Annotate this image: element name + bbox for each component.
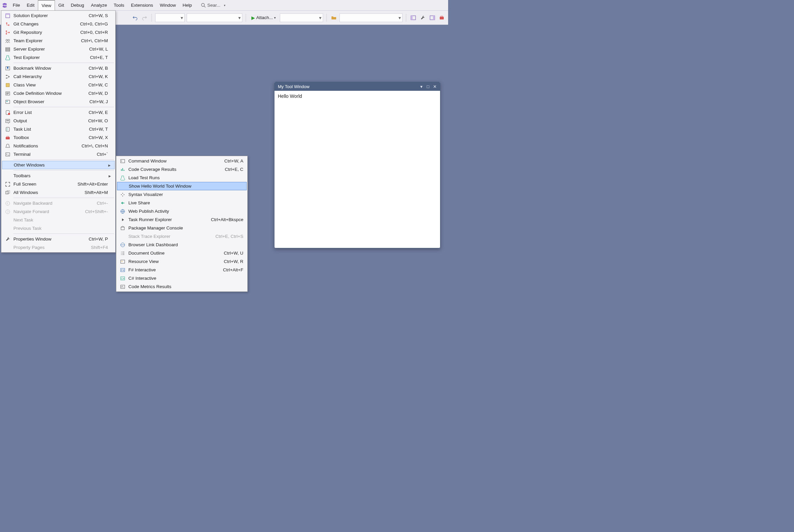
menu-item-output[interactable]: OutputCtrl+W, O bbox=[2, 117, 115, 125]
menu-item-call-hierarchy[interactable]: Call HierarchyCtrl+W, K bbox=[2, 72, 115, 81]
submenu-item-code-metrics-results[interactable]: Code Metrics Results bbox=[117, 282, 247, 291]
panel1-button[interactable] bbox=[410, 14, 417, 22]
menu-item-bookmark-window[interactable]: Bookmark WindowCtrl+W, B bbox=[2, 64, 115, 72]
menu-item-full-screen[interactable]: Full ScreenShift+Alt+Enter bbox=[2, 180, 115, 188]
test-explorer-icon bbox=[2, 55, 13, 60]
toolbox-button[interactable] bbox=[438, 14, 445, 22]
properties-icon bbox=[2, 236, 13, 242]
menu-item-navigate-backward: Navigate BackwardCtrl+- bbox=[2, 199, 115, 207]
submenu-item-command-window[interactable]: Command WindowCtrl+W, A bbox=[117, 157, 247, 165]
menu-item-notifications[interactable]: NotificationsCtrl+\, Ctrl+N bbox=[2, 142, 115, 150]
error-list-icon bbox=[2, 110, 13, 115]
close-icon[interactable]: ✕ bbox=[431, 84, 438, 89]
menubar-item-debug[interactable]: Debug bbox=[67, 0, 88, 11]
submenu-item-package-manager-console[interactable]: Package Manager Console bbox=[117, 224, 247, 232]
menu-item-all-windows[interactable]: All WindowsShift+Alt+M bbox=[2, 188, 115, 197]
menu-item-server-explorer[interactable]: Server ExplorerCtrl+W, L bbox=[2, 45, 115, 53]
chevron-down-icon[interactable]: ▾ bbox=[418, 84, 425, 89]
task-runner-icon bbox=[117, 217, 128, 223]
redo-button[interactable] bbox=[141, 14, 148, 22]
doc-outline-icon bbox=[117, 251, 128, 256]
menu-item-test-explorer[interactable]: Test ExplorerCtrl+E, T bbox=[2, 53, 115, 62]
menubar-item-tools[interactable]: Tools bbox=[110, 0, 128, 11]
submenu-item-load-test-runs[interactable]: Load Test Runs bbox=[117, 173, 247, 182]
menubar-item-file[interactable]: File bbox=[10, 0, 23, 11]
submenu-item-resource-view[interactable]: Resource ViewCtrl+W, R bbox=[117, 257, 247, 266]
svg-point-32 bbox=[8, 113, 10, 115]
folder-button[interactable] bbox=[330, 14, 337, 22]
menubar-item-analyze[interactable]: Analyze bbox=[88, 0, 110, 11]
svg-point-16 bbox=[6, 33, 7, 35]
code-coverage-icon bbox=[117, 167, 128, 172]
menubar-item-view[interactable]: View bbox=[38, 0, 55, 11]
menubar-item-window[interactable]: Window bbox=[156, 0, 179, 11]
browser-link-icon bbox=[117, 242, 128, 248]
submenu-item-syntax-visualizer[interactable]: Syntax Visualizer bbox=[117, 190, 247, 199]
server-explorer-icon bbox=[2, 46, 13, 52]
chevron-right-icon: ▸ bbox=[108, 163, 111, 168]
menu-item-other-windows[interactable]: Other Windows▸ bbox=[2, 161, 115, 169]
menubar-item-help[interactable]: Help bbox=[179, 0, 196, 11]
submenu-item-show-hello-world-tool-window[interactable]: Show Hello World Tool Window bbox=[117, 182, 247, 190]
menu-item-git-repository[interactable]: Git RepositoryCtrl+0, Ctrl+R bbox=[2, 28, 115, 37]
view-menu-dropdown: Solution ExplorerCtrl+W, SGit ChangesCtr… bbox=[1, 11, 116, 253]
submenu-item-task-runner-explorer[interactable]: Task Runner ExplorerCtrl+Alt+Bkspce bbox=[117, 215, 247, 224]
submenu-item-web-publish-activity[interactable]: Web Publish Activity bbox=[117, 207, 247, 215]
undo-button[interactable] bbox=[131, 14, 139, 22]
menu-item-next-task: Next Task bbox=[2, 216, 115, 224]
menu-item-previous-task: Previous Task bbox=[2, 224, 115, 232]
submenu-item-code-coverage-results[interactable]: Code Coverage ResultsCtrl+E, C bbox=[117, 165, 247, 173]
menu-item-toolbox[interactable]: ToolboxCtrl+W, X bbox=[2, 133, 115, 142]
menu-item-git-changes[interactable]: Git ChangesCtrl+0, Ctrl+G bbox=[2, 20, 115, 28]
svg-rect-6 bbox=[411, 16, 412, 20]
nav-fwd-icon bbox=[2, 209, 13, 214]
svg-point-41 bbox=[6, 210, 10, 214]
fullscreen-icon bbox=[2, 182, 13, 187]
menu-item-error-list[interactable]: Error ListCtrl+W, E bbox=[2, 108, 115, 117]
svg-point-40 bbox=[6, 201, 10, 205]
menu-item-toolbars[interactable]: Toolbars▸ bbox=[2, 172, 115, 180]
menu-item-team-explorer[interactable]: Team ExplorerCtrl+\, Ctrl+M bbox=[2, 37, 115, 45]
menu-item-task-list[interactable]: Task ListCtrl+W, T bbox=[2, 125, 115, 133]
menubar-item-extensions[interactable]: Extensions bbox=[128, 0, 156, 11]
find-combo[interactable]: ▾ bbox=[339, 13, 403, 22]
menu-item-object-browser[interactable]: Object BrowserCtrl+W, J bbox=[2, 97, 115, 106]
maximize-icon[interactable]: □ bbox=[425, 84, 431, 89]
code-def-icon bbox=[2, 91, 13, 96]
attach-label: Attach... bbox=[256, 15, 273, 20]
quick-search[interactable]: Sear... ▾ bbox=[201, 0, 225, 11]
vs-logo-icon: PRE bbox=[1, 0, 10, 11]
menubar-item-edit[interactable]: Edit bbox=[23, 0, 38, 11]
play-icon: ▶ bbox=[252, 15, 255, 20]
solution-config-combo[interactable]: ▾ bbox=[155, 13, 185, 22]
menu-item-terminal[interactable]: TerminalCtrl+` bbox=[2, 150, 115, 158]
menubar-item-git[interactable]: Git bbox=[55, 0, 67, 11]
process-combo[interactable]: ▾ bbox=[280, 13, 323, 22]
svg-point-14 bbox=[8, 24, 10, 26]
wrench-button[interactable] bbox=[419, 14, 426, 22]
menu-item-solution-explorer[interactable]: Solution ExplorerCtrl+W, S bbox=[2, 12, 115, 20]
submenu-item-live-share[interactable]: Live Share bbox=[117, 199, 247, 207]
team-explorer-icon bbox=[2, 38, 13, 43]
svg-rect-8 bbox=[433, 16, 435, 20]
menu-item-class-view[interactable]: Class ViewCtrl+W, C bbox=[2, 81, 115, 89]
panel2-button[interactable] bbox=[428, 14, 436, 22]
solution-platform-combo[interactable]: ▾ bbox=[187, 13, 242, 22]
svg-rect-37 bbox=[6, 153, 10, 156]
submenu-item-c-interactive[interactable]: C#C# Interactive bbox=[117, 274, 247, 282]
submenu-item-f-interactive[interactable]: F#F# InteractiveCtrl+Alt+F bbox=[117, 266, 247, 274]
svg-line-2 bbox=[204, 6, 205, 7]
csharp-icon: C# bbox=[117, 276, 128, 281]
svg-point-13 bbox=[6, 22, 7, 24]
submenu-item-browser-link-dashboard[interactable]: Browser Link Dashboard bbox=[117, 241, 247, 249]
svg-rect-20 bbox=[6, 48, 10, 49]
submenu-item-document-outline[interactable]: Document OutlineCtrl+W, U bbox=[117, 249, 247, 257]
live-share-icon bbox=[117, 200, 128, 206]
fsharp-icon: F# bbox=[117, 267, 128, 273]
attach-button[interactable]: ▶ Attach... ▾ bbox=[250, 15, 278, 20]
menu-item-property-pages: Property PagesShift+F4 bbox=[2, 243, 115, 252]
menu-item-properties-window[interactable]: Properties WindowCtrl+W, P bbox=[2, 235, 115, 243]
tool-window-titlebar[interactable]: My Tool Window ▾ □ ✕ bbox=[275, 82, 440, 91]
menu-item-code-definition-window[interactable]: Code Definition WindowCtrl+W, D bbox=[2, 89, 115, 97]
chevron-down-icon: ▾ bbox=[224, 4, 225, 7]
